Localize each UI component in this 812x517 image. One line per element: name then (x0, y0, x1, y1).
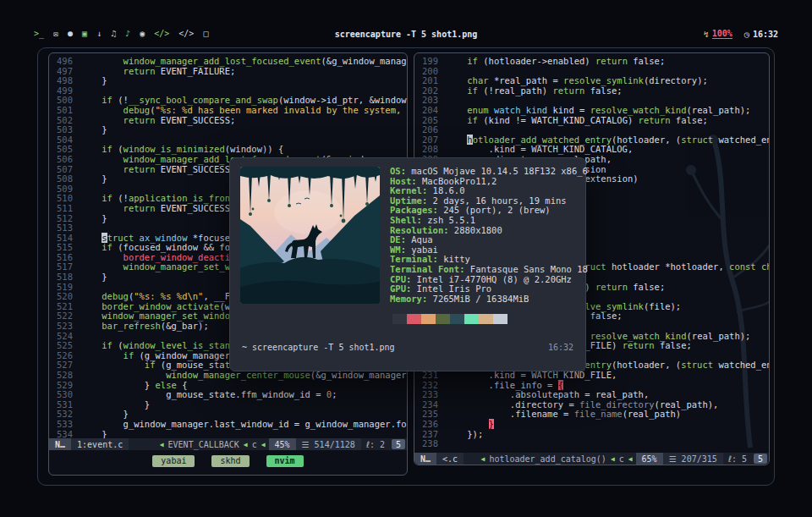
status-context: ◀EVENT_CALLBACK◀c◀ (156, 438, 269, 450)
code-token: (hotloader->enabled) (483, 56, 595, 66)
vim-mode: N… (49, 438, 71, 450)
neofetch-label: CPU: (390, 274, 417, 284)
palette-swatch (464, 314, 479, 324)
neofetch-value: zsh 5.5.1 (427, 215, 475, 225)
code-line[interactable]: 534 } (54, 430, 407, 438)
terminal-icon[interactable]: >_ (34, 25, 44, 42)
neofetch-label: WM: (390, 245, 411, 255)
code-token: }); (446, 429, 483, 439)
music-icon[interactable]: ♫ (111, 25, 116, 42)
code-token: EVENT_SUCCESS; (161, 164, 236, 174)
code-token: (!real_path) (483, 85, 552, 96)
code-token: .absolutepath = real_path, (446, 389, 649, 399)
code-line[interactable]: 498 } (54, 76, 407, 86)
status-crumb: hotloader_add_catalog() (489, 454, 606, 464)
mail-icon[interactable]: ✉ (53, 25, 58, 42)
code-token: struct (681, 360, 713, 370)
code-token: { (558, 380, 563, 390)
code-token: (real_path), (655, 399, 719, 410)
neofetch-value: kitty (443, 254, 470, 264)
neofetch-window[interactable]: OS: macOS Mojave 10.14.5 18F132 x86_6Hos… (229, 157, 586, 371)
clock-indicator: ◷ 16:32 (744, 30, 778, 39)
neofetch-label: Kernel: (390, 185, 433, 195)
code-line[interactable]: 205 if (kind != WATCH_KIND_CATALOG) retu… (420, 116, 769, 126)
code-line[interactable]: 199 if (hotloader->enabled) return false… (420, 57, 769, 67)
kitty-tab-bar: ~ screencapture -T 5 shot1.png 16:32 (242, 343, 573, 352)
code-token: enum (446, 105, 494, 115)
window-icon[interactable]: □ (203, 25, 208, 42)
code-token: return (80, 115, 161, 125)
code-icon[interactable]: </> (154, 25, 169, 42)
code-token: if (80, 340, 118, 350)
code-token: (real_path) (623, 409, 682, 419)
code-line[interactable]: 503 } (54, 125, 407, 135)
neofetch-value: yabai (411, 245, 438, 255)
tmux-window-skhd[interactable]: skhd (211, 455, 249, 467)
code-token: if (80, 360, 161, 370)
chat-icon[interactable]: ▣ (82, 25, 87, 42)
target-icon[interactable]: ◉ (140, 25, 145, 42)
code-token: const char (729, 261, 769, 272)
line-number: 496 (54, 57, 73, 67)
note-icon[interactable]: ♪ (125, 25, 130, 42)
code-token: return (80, 164, 161, 174)
download-icon[interactable]: ↓ (96, 25, 102, 42)
code-line[interactable]: 237 }); (420, 430, 769, 440)
powerline-separator-icon: ◀ (244, 441, 248, 448)
code-token: return (595, 56, 628, 66)
scroll-percent: 65% (636, 453, 663, 465)
code-token: else (156, 380, 177, 390)
line-number: 236 (420, 420, 438, 430)
code-token: border_window_activate (80, 301, 219, 311)
code-token: debug (80, 105, 150, 115)
code-token: (directory); (644, 75, 708, 85)
line-position: ☰ 514/1128 (296, 438, 361, 450)
code-line[interactable]: 202 if (!real_path) return false; (420, 86, 769, 96)
line-number: 534 (54, 430, 73, 438)
code-icon-2[interactable]: </> (178, 25, 194, 42)
code-token: false; (628, 282, 665, 292)
neofetch-label: Memory: (390, 294, 433, 304)
code-token: hotloader *hotloader, (606, 261, 729, 272)
line-number: 518 (54, 272, 73, 283)
code-token: false; (584, 85, 622, 96)
code-token: } (80, 272, 107, 282)
palette-swatch (493, 314, 508, 324)
neofetch-value: Intel Iris Pro (417, 283, 492, 294)
clock-time: 16:32 (753, 30, 778, 39)
scroll-percent: 45% (269, 438, 296, 450)
code-token: kind = (547, 105, 590, 115)
column-value: 5 (754, 454, 767, 464)
code-token: false; (655, 340, 692, 350)
code-token: window_manager_add_lost_focused_event (80, 56, 321, 66)
battery-indicator: ↯ 100% (704, 29, 732, 39)
code-line[interactable]: 238 (420, 439, 769, 449)
code-token: if (80, 350, 140, 360)
statusline-left: N… 1:event.c ◀EVENT_CALLBACK◀c◀ 45% ☰ 51… (49, 438, 407, 450)
tmux-window-yabai[interactable]: yabai (152, 455, 195, 467)
status-crumb: c (252, 440, 257, 449)
code-token: } (80, 429, 107, 438)
neofetch-label: Uptime: (390, 195, 433, 206)
palette-swatch (407, 314, 421, 324)
code-token: .file_info = (446, 380, 558, 390)
neofetch-value: Intel i7-4770HQ (8) @ 2.20GHz (417, 274, 572, 284)
neofetch-label: GPU: (390, 283, 417, 294)
line-number: 511 (54, 204, 73, 214)
code-token: } (80, 409, 129, 419)
line-number: 204 (420, 106, 438, 116)
buffer-name: 1:event.c (71, 438, 129, 450)
tmux-window-nvim[interactable]: nvim (266, 455, 304, 467)
neofetch-label: OS: (390, 166, 411, 176)
kitty-tab-title[interactable]: ~ screencapture -T 5 shot1.png (242, 343, 395, 352)
record-icon[interactable]: ● (68, 25, 73, 42)
status-crumb: c (619, 454, 624, 464)
code-token: (file); (644, 301, 681, 311)
powerline-separator-icon: ◀ (261, 441, 266, 448)
code-token: (&g_window_manager, window->id); (321, 56, 407, 66)
buffer-name: <.c (436, 453, 464, 465)
neofetch-value: 18.6.0 (433, 185, 465, 195)
line-position: ☰ 207/315 (663, 453, 723, 465)
code-token: (window)) { (225, 144, 284, 154)
neofetch-label: Shell: (390, 215, 427, 225)
